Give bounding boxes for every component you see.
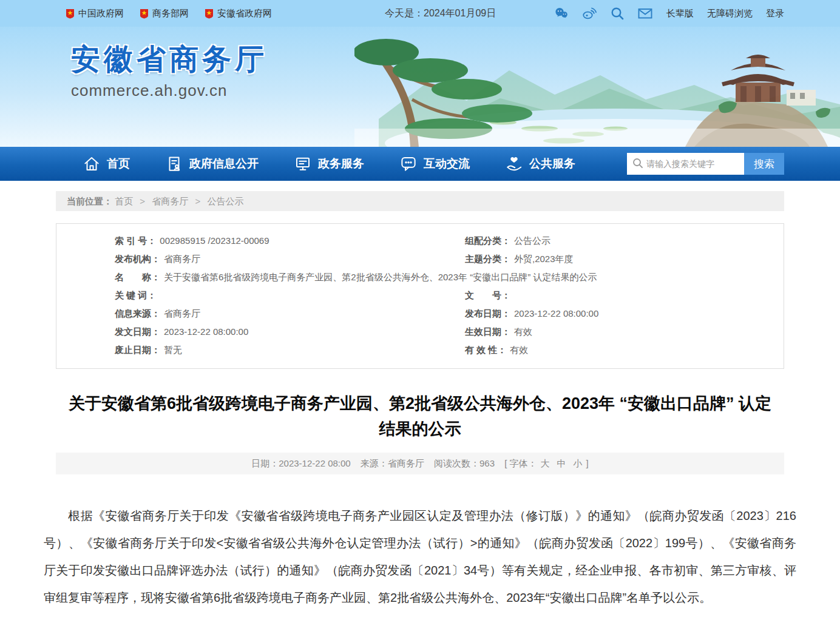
banner-scenery-image [354, 27, 840, 147]
meta-value-issue-date: 2023-12-22 08:00:00 [164, 323, 248, 341]
meta-row: 废止日期： 暂无 有 效 性： 有效 [56, 341, 784, 359]
meta-row: 关 键 词： 文 号： [56, 286, 784, 305]
nav-item-services[interactable]: 政务服务 [294, 155, 364, 173]
link-label: 安徽省政府网 [217, 8, 272, 19]
national-emblem-icon [140, 8, 149, 19]
meta-label: 生效日期： [465, 323, 510, 341]
date-label: 日期： [251, 458, 279, 468]
search-input[interactable] [627, 153, 744, 175]
meta-label: 发布日期： [465, 305, 510, 323]
article-source: 省商务厅 [388, 458, 424, 468]
public-service-hand-icon [505, 155, 523, 173]
search-icon[interactable] [609, 5, 625, 21]
meta-value-source: 省商务厅 [164, 305, 200, 323]
gov-info-doc-icon [165, 155, 183, 173]
link-label: 商务部网 [152, 8, 189, 19]
link-china-gov[interactable]: 中国政府网 [66, 8, 124, 19]
nav-item-label: 公共服务 [529, 156, 575, 172]
accessibility-link[interactable]: 无障碍浏览 [707, 8, 753, 19]
nav-item-home[interactable]: 首页 [83, 155, 130, 173]
senior-version-link[interactable]: 长辈版 [666, 8, 694, 19]
meta-label: 主题分类： [465, 250, 510, 268]
national-emblem-icon [205, 8, 214, 19]
services-monitor-icon [294, 155, 312, 173]
meta-label: 文 号： [465, 286, 510, 305]
link-label: 中国政府网 [78, 8, 124, 19]
meta-label: 发文日期： [115, 323, 160, 341]
breadcrumb-separator: > [195, 196, 200, 206]
search-input-icon [632, 157, 644, 169]
mail-icon[interactable] [637, 5, 653, 21]
nav-item-label: 互动交流 [424, 156, 470, 172]
document-meta-table: 索 引 号： 002985915 /202312-00069 组配分类： 公告公… [56, 223, 784, 369]
breadcrumb-label: 当前位置： [67, 196, 112, 206]
link-anhui-gov[interactable]: 安徽省政府网 [205, 8, 272, 19]
meta-row: 发布机构： 省商务厅 主题分类： 外贸,2023年度 [56, 250, 784, 268]
site-name: 安徽省商务厅 [71, 40, 268, 79]
article-views: 963 [479, 458, 495, 468]
nav-item-label: 政府信息公开 [189, 156, 259, 172]
site-banner: 安徽省商务厅 commerce.ah.gov.cn [0, 27, 840, 147]
search-button[interactable]: 搜索 [744, 153, 784, 175]
current-date: 今天是：2024年01月09日 [385, 7, 496, 20]
meta-row: 发文日期： 2023-12-22 08:00:00 生效日期： 有效 [56, 323, 784, 341]
article-body: 根据《安徽省商务厅关于印发《安徽省省级跨境电子商务产业园区认定及管理办法（修订版… [44, 502, 796, 612]
views-label: 阅读次数： [434, 458, 479, 468]
meta-label: 关 键 词： [115, 286, 156, 305]
breadcrumb: 当前位置： 首页 > 省商务厅 > 公告公示 [56, 191, 784, 211]
meta-label: 名 称： [115, 268, 160, 286]
font-size-small[interactable]: 小 [574, 458, 583, 468]
wechat-icon[interactable] [554, 5, 569, 21]
breadcrumb-item-home[interactable]: 首页 [115, 196, 133, 206]
font-size-large[interactable]: 大 [541, 458, 550, 468]
meta-value-category: 公告公示 [514, 232, 550, 250]
meta-value-effective-date: 有效 [514, 323, 532, 341]
home-icon [83, 155, 101, 173]
meta-value-index-number: 002985915 /202312-00069 [160, 232, 269, 250]
meta-label: 索 引 号： [115, 232, 156, 250]
source-label: 来源： [361, 458, 388, 468]
meta-value-validity: 有效 [510, 341, 528, 359]
font-size-medium[interactable]: 中 [557, 458, 566, 468]
national-emblem-icon [66, 8, 75, 19]
article-title: 关于安徽省第6批省级跨境电子商务产业园、第2批省级公共海外仓、2023年 “安徽… [62, 391, 778, 442]
meta-label: 组配分类： [465, 232, 510, 250]
meta-label: 有 效 性： [465, 341, 506, 359]
meta-row-document-name: 名 称： 关于安徽省第6批省级跨境电子商务产业园、第2批省级公共海外仓、2023… [56, 268, 784, 286]
nav-item-interaction[interactable]: 互动交流 [399, 155, 470, 173]
site-logo[interactable]: 安徽省商务厅 commerce.ah.gov.cn [71, 40, 268, 100]
site-search: 搜索 [627, 153, 784, 175]
login-link[interactable]: 登录 [766, 8, 784, 19]
meta-value-document-name: 关于安徽省第6批省级跨境电子商务产业园、第2批省级公共海外仓、2023年 “安徽… [164, 268, 597, 285]
meta-label: 发布机构： [115, 250, 160, 268]
article-date: 2023-12-22 08:00 [279, 458, 350, 468]
breadcrumb-item-department[interactable]: 省商务厅 [152, 196, 188, 206]
meta-row: 索 引 号： 002985915 /202312-00069 组配分类： 公告公… [56, 232, 784, 250]
site-domain: commerce.ah.gov.cn [71, 81, 268, 100]
meta-value-topic: 外贸,2023年度 [514, 250, 574, 268]
nav-item-label: 政务服务 [318, 156, 364, 172]
font-widget-close: ] [586, 458, 589, 468]
meta-value-publish-date: 2023-12-22 08:00:00 [514, 305, 598, 323]
meta-value-repeal-date: 暂无 [164, 341, 182, 359]
meta-value-publisher: 省商务厅 [164, 250, 200, 268]
breadcrumb-separator: > [140, 196, 145, 206]
top-utility-bar: 中国政府网 商务部网 安徽省政府网 今天是：2024年01月09日 长辈版 无障… [0, 0, 840, 27]
link-mofcom[interactable]: 商务部网 [140, 8, 189, 19]
meta-label: 信息来源： [115, 305, 160, 323]
breadcrumb-item-notices[interactable]: 公告公示 [207, 196, 243, 206]
nav-item-public-service[interactable]: 公共服务 [505, 155, 575, 173]
meta-label: 废止日期： [115, 341, 160, 359]
font-widget-open: [ 字体： [504, 458, 537, 468]
weibo-icon[interactable] [581, 5, 597, 21]
main-navigation: 首页 政府信息公开 政务服务 互动交流 公共服务 搜索 [0, 147, 840, 181]
nav-item-label: 首页 [107, 156, 130, 172]
article-info-bar: 日期：2023-12-22 08:00 来源：省商务厅 阅读次数：963 [ 字… [56, 453, 784, 474]
nav-item-gov-info[interactable]: 政府信息公开 [165, 155, 259, 173]
article-paragraph: 根据《安徽省商务厅关于印发《安徽省省级跨境电子商务产业园区认定及管理办法（修订版… [44, 502, 796, 612]
interaction-chat-icon [399, 155, 418, 173]
meta-row: 信息来源： 省商务厅 发布日期： 2023-12-22 08:00:00 [56, 305, 784, 323]
